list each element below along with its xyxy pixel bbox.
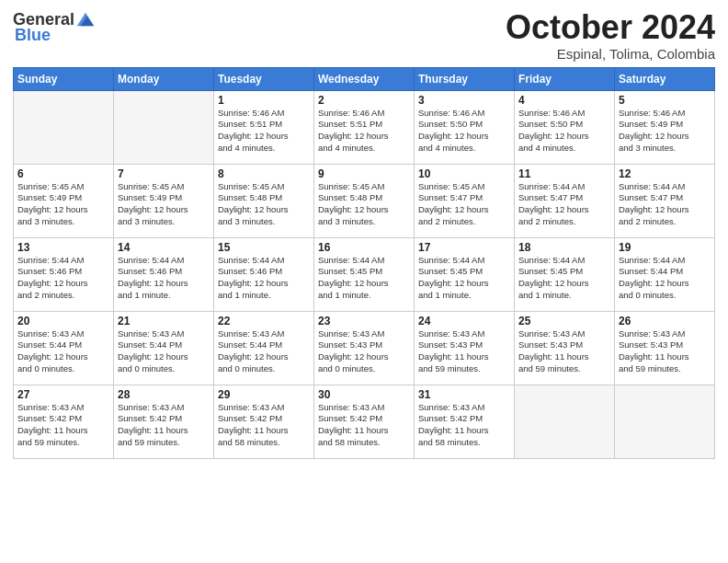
calendar-cell: 14Sunrise: 5:44 AM Sunset: 5:46 PM Dayli… [114,237,214,311]
day-number: 25 [518,315,610,327]
day-info: Sunrise: 5:43 AM Sunset: 5:43 PM Dayligh… [619,328,711,375]
header: General Blue October 2024 Espinal, Tolim… [13,9,715,62]
calendar-table: SundayMondayTuesdayWednesdayThursdayFrid… [13,67,715,459]
calendar-week-row: 27Sunrise: 5:43 AM Sunset: 5:42 PM Dayli… [14,385,715,458]
day-number: 19 [619,241,711,254]
day-number: 8 [218,167,310,180]
day-number: 17 [418,241,510,254]
day-number: 28 [118,388,210,401]
day-number: 1 [218,94,310,107]
day-info: Sunrise: 5:43 AM Sunset: 5:43 PM Dayligh… [418,328,510,375]
day-info: Sunrise: 5:46 AM Sunset: 5:49 PM Dayligh… [619,108,711,155]
calendar-week-row: 13Sunrise: 5:44 AM Sunset: 5:46 PM Dayli… [14,237,715,311]
day-number: 15 [218,241,310,254]
location: Espinal, Tolima, Colombia [506,46,715,62]
day-info: Sunrise: 5:43 AM Sunset: 5:42 PM Dayligh… [318,402,410,449]
day-info: Sunrise: 5:44 AM Sunset: 5:46 PM Dayligh… [17,255,109,302]
day-number: 12 [619,167,711,180]
day-info: Sunrise: 5:45 AM Sunset: 5:48 PM Dayligh… [218,181,310,228]
logo-icon [75,9,96,29]
main-container: General Blue October 2024 Espinal, Tolim… [0,0,728,466]
calendar-header-row: SundayMondayTuesdayWednesdayThursdayFrid… [14,67,715,90]
calendar-cell: 6Sunrise: 5:45 AM Sunset: 5:49 PM Daylig… [14,164,114,237]
day-info: Sunrise: 5:43 AM Sunset: 5:44 PM Dayligh… [118,328,210,375]
logo-blue: Blue [15,26,51,45]
calendar-cell: 23Sunrise: 5:43 AM Sunset: 5:43 PM Dayli… [314,311,415,385]
calendar-day-header: Thursday [415,67,515,90]
calendar-cell [114,90,214,164]
day-info: Sunrise: 5:44 AM Sunset: 5:47 PM Dayligh… [619,181,711,228]
title-section: October 2024 Espinal, Tolima, Colombia [506,9,715,62]
day-number: 20 [17,315,109,327]
calendar-cell: 21Sunrise: 5:43 AM Sunset: 5:44 PM Dayli… [114,311,214,385]
day-number: 4 [518,94,610,107]
day-info: Sunrise: 5:43 AM Sunset: 5:42 PM Dayligh… [218,402,310,449]
calendar-cell [14,90,114,164]
day-number: 26 [619,315,711,327]
calendar-cell: 29Sunrise: 5:43 AM Sunset: 5:42 PM Dayli… [214,385,314,458]
day-number: 16 [318,241,410,254]
calendar-day-header: Wednesday [314,67,415,90]
day-info: Sunrise: 5:45 AM Sunset: 5:47 PM Dayligh… [418,181,510,228]
calendar-cell: 13Sunrise: 5:44 AM Sunset: 5:46 PM Dayli… [14,237,114,311]
calendar-cell [615,385,715,458]
logo: General Blue [13,9,96,45]
day-info: Sunrise: 5:43 AM Sunset: 5:42 PM Dayligh… [17,402,109,449]
day-info: Sunrise: 5:45 AM Sunset: 5:49 PM Dayligh… [118,181,210,228]
day-info: Sunrise: 5:46 AM Sunset: 5:50 PM Dayligh… [518,108,610,155]
day-number: 7 [118,167,210,180]
day-number: 22 [218,315,310,327]
calendar-cell: 22Sunrise: 5:43 AM Sunset: 5:44 PM Dayli… [214,311,314,385]
calendar-cell: 24Sunrise: 5:43 AM Sunset: 5:43 PM Dayli… [415,311,515,385]
day-info: Sunrise: 5:45 AM Sunset: 5:49 PM Dayligh… [17,181,109,228]
day-info: Sunrise: 5:46 AM Sunset: 5:50 PM Dayligh… [418,108,510,155]
day-number: 5 [619,94,711,107]
day-number: 27 [17,388,109,401]
calendar-cell: 26Sunrise: 5:43 AM Sunset: 5:43 PM Dayli… [615,311,715,385]
day-number: 24 [418,315,510,327]
calendar-cell [515,385,615,458]
calendar-cell: 28Sunrise: 5:43 AM Sunset: 5:42 PM Dayli… [114,385,214,458]
day-info: Sunrise: 5:43 AM Sunset: 5:43 PM Dayligh… [318,328,410,375]
calendar-week-row: 6Sunrise: 5:45 AM Sunset: 5:49 PM Daylig… [14,164,715,237]
calendar-day-header: Tuesday [214,67,314,90]
day-info: Sunrise: 5:46 AM Sunset: 5:51 PM Dayligh… [218,108,310,155]
calendar-cell: 16Sunrise: 5:44 AM Sunset: 5:45 PM Dayli… [314,237,415,311]
month-title: October 2024 [506,9,715,46]
calendar-cell: 31Sunrise: 5:43 AM Sunset: 5:42 PM Dayli… [415,385,515,458]
day-number: 13 [17,241,109,254]
day-number: 10 [418,167,510,180]
day-info: Sunrise: 5:44 AM Sunset: 5:46 PM Dayligh… [218,255,310,302]
day-number: 6 [17,167,109,180]
day-info: Sunrise: 5:43 AM Sunset: 5:42 PM Dayligh… [118,402,210,449]
calendar-week-row: 1Sunrise: 5:46 AM Sunset: 5:51 PM Daylig… [14,90,715,164]
day-info: Sunrise: 5:46 AM Sunset: 5:51 PM Dayligh… [318,108,410,155]
calendar-cell: 18Sunrise: 5:44 AM Sunset: 5:45 PM Dayli… [515,237,615,311]
day-number: 3 [418,94,510,107]
day-info: Sunrise: 5:44 AM Sunset: 5:45 PM Dayligh… [518,255,610,302]
calendar-day-header: Monday [114,67,214,90]
day-info: Sunrise: 5:43 AM Sunset: 5:44 PM Dayligh… [17,328,109,375]
day-number: 23 [318,315,410,327]
day-info: Sunrise: 5:45 AM Sunset: 5:48 PM Dayligh… [318,181,410,228]
calendar-cell: 5Sunrise: 5:46 AM Sunset: 5:49 PM Daylig… [615,90,715,164]
day-info: Sunrise: 5:43 AM Sunset: 5:43 PM Dayligh… [518,328,610,375]
day-number: 11 [518,167,610,180]
calendar-cell: 17Sunrise: 5:44 AM Sunset: 5:45 PM Dayli… [415,237,515,311]
calendar-day-header: Sunday [14,67,114,90]
day-number: 30 [318,388,410,401]
calendar-cell: 10Sunrise: 5:45 AM Sunset: 5:47 PM Dayli… [415,164,515,237]
calendar-cell: 20Sunrise: 5:43 AM Sunset: 5:44 PM Dayli… [14,311,114,385]
day-info: Sunrise: 5:43 AM Sunset: 5:44 PM Dayligh… [218,328,310,375]
calendar-day-header: Saturday [615,67,715,90]
calendar-week-row: 20Sunrise: 5:43 AM Sunset: 5:44 PM Dayli… [14,311,715,385]
day-info: Sunrise: 5:44 AM Sunset: 5:45 PM Dayligh… [418,255,510,302]
day-number: 29 [218,388,310,401]
calendar-cell: 7Sunrise: 5:45 AM Sunset: 5:49 PM Daylig… [114,164,214,237]
calendar-cell: 4Sunrise: 5:46 AM Sunset: 5:50 PM Daylig… [515,90,615,164]
calendar-cell: 8Sunrise: 5:45 AM Sunset: 5:48 PM Daylig… [214,164,314,237]
calendar-cell: 2Sunrise: 5:46 AM Sunset: 5:51 PM Daylig… [314,90,415,164]
day-number: 31 [418,388,510,401]
day-info: Sunrise: 5:43 AM Sunset: 5:42 PM Dayligh… [418,402,510,449]
day-info: Sunrise: 5:44 AM Sunset: 5:44 PM Dayligh… [619,255,711,302]
